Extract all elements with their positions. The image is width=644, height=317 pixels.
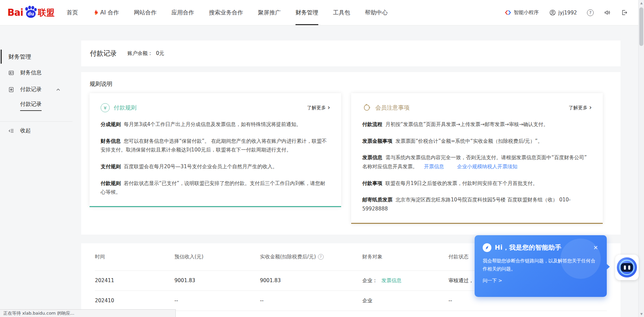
rule-item: 发票金额事项发票票面“价税合计”金额=系统中“实收金额（扣除税费后/元）”。 bbox=[362, 137, 592, 146]
sidebar-collapse-button[interactable]: 收起 bbox=[0, 122, 81, 140]
help-icon[interactable]: ? bbox=[587, 9, 594, 16]
cell-actual: -- bbox=[260, 298, 362, 304]
nav-item-ai-cooperation[interactable]: AI 合作 bbox=[86, 0, 126, 25]
cell-estimated: 9001.83 bbox=[174, 277, 260, 283]
rule-item: 支付规则百度联盟会在每月20号—31号支付企业会员上个自然月产生的收入。 bbox=[101, 162, 330, 171]
finance-info-card-icon bbox=[8, 70, 14, 76]
miniprogram-diamond-icon bbox=[504, 9, 512, 16]
nav-item-screen-promotion[interactable]: 聚屏推广 bbox=[251, 0, 288, 25]
payment-rules-card: ¥ 付款规则 了解更多 › 分成规则每月第3或4个工作日产出上月分成信息及发票信… bbox=[90, 93, 341, 207]
coin-yen-icon: ¥ bbox=[101, 103, 110, 112]
user-icon bbox=[549, 9, 556, 16]
cell-time: 202410 bbox=[95, 298, 174, 304]
payment-record-badge-icon bbox=[8, 86, 14, 93]
payment-rules-more-link[interactable]: 了解更多 › bbox=[307, 105, 330, 111]
sidebar-subitem-payment-records-active[interactable]: 付款记录 bbox=[0, 98, 81, 114]
account-balance-label: 账户余额： bbox=[127, 50, 153, 57]
assistant-message: 我会帮助您诊断合作链路问题，以及解答您关于任何合作相关的问题。 bbox=[475, 252, 607, 273]
member-notes-card-title: 会员注意事项 bbox=[375, 104, 410, 112]
sound-icon[interactable] bbox=[604, 9, 611, 16]
question-help-icon[interactable]: ? bbox=[318, 254, 324, 260]
small-taxpayer-notice-link[interactable]: 企业小规模纳税人开票须知 bbox=[457, 164, 518, 170]
account-balance-value: 0元 bbox=[156, 50, 164, 57]
compass-icon bbox=[483, 243, 491, 252]
sidebar-section-finance-management[interactable]: 财务管理 bbox=[0, 49, 81, 64]
invoice-info-row-link[interactable]: 发票信息 bbox=[381, 277, 401, 284]
assistant-ask-link[interactable]: 问一下 > bbox=[475, 273, 607, 284]
cell-estimated: -- bbox=[174, 298, 260, 304]
chevron-right-icon: › bbox=[589, 104, 592, 111]
browser-status-tooltip: 正在等待 xlab.baidu.com 的响应... bbox=[0, 309, 176, 317]
nav-item-search-business[interactable]: 搜索业务合作 bbox=[202, 0, 251, 25]
nav-item-toolkit[interactable]: 工具包 bbox=[326, 0, 358, 25]
main-nav: 首页 AI 合作 网站合作 应用合作 搜索业务合作 聚屏推广 财务管理 工具包 … bbox=[59, 0, 395, 25]
nav-item-website-cooperation[interactable]: 网站合作 bbox=[126, 0, 164, 25]
nav-item-home[interactable]: 首页 bbox=[59, 0, 86, 25]
cell-finance-object: 企业 bbox=[362, 298, 448, 304]
chevron-right-icon: › bbox=[327, 104, 330, 111]
rule-item: 付款事项联盟在每月19日之后签收的发票，付款时间安排在下个月首批支付。 bbox=[362, 179, 592, 188]
logo-text-union: 联盟 bbox=[38, 7, 55, 18]
baidu-union-logo[interactable]: Bai du 联盟 bbox=[7, 6, 55, 19]
user-account[interactable]: jyj1992 bbox=[549, 9, 577, 16]
page-title: 付款记录 bbox=[90, 49, 117, 58]
rule-item: 发票信息需与系统内发票信息内容完全一致，否则无法支付。请根据发票信息页面中“百度… bbox=[362, 153, 592, 171]
baidu-paw-icon: du bbox=[23, 5, 38, 19]
nav-item-finance-management[interactable]: 财务管理 bbox=[288, 0, 326, 25]
logo-text-bai: Bai bbox=[7, 7, 23, 18]
column-header-actual-amount: 实收金额(扣除税费后/元) ? bbox=[260, 254, 362, 260]
rules-panel: 规则说明 ¥ 付款规则 了解更多 › 分成规则每月第3或4个工作日产出上月分成信… bbox=[81, 72, 621, 235]
rule-item: 付款规则若付款状态显示“已支付”，说明联盟已安排了您的付款。支付后三个工作日内到… bbox=[101, 179, 330, 197]
column-header-finance-object: 财务对象 bbox=[362, 254, 448, 260]
smart-miniprogram-link[interactable]: 智能小程序 bbox=[504, 9, 539, 16]
collapse-sidebar-icon bbox=[8, 128, 14, 134]
cell-time: 202411 bbox=[95, 277, 174, 283]
column-header-estimated-income: 预估收入(元) bbox=[174, 254, 260, 260]
chevron-up-icon bbox=[56, 87, 60, 92]
scroll-up-arrow-icon[interactable]: ▲ bbox=[639, 1, 644, 5]
logout-icon[interactable] bbox=[621, 9, 628, 16]
top-navigation-bar: Bai du 联盟 首页 AI 合作 网站合作 应用合作 搜索业务合作 聚屏推广… bbox=[0, 0, 644, 25]
cell-finance-object: 企业： 发票信息 bbox=[362, 277, 448, 284]
chick-icon bbox=[362, 103, 371, 112]
rules-section-title: 规则说明 bbox=[90, 80, 612, 88]
rule-item: 付款流程月初按“发票信息”页面开具发票→上传发票→邮寄发票→审核→确认支付。 bbox=[362, 120, 592, 129]
rule-item: 财务信息您可以在财务信息中选择“保留付款”。 在此期间您产生的收入将在账户内进行… bbox=[101, 137, 330, 154]
cell-status: -- bbox=[448, 298, 607, 304]
robot-avatar-icon bbox=[617, 257, 637, 277]
member-notes-card: 会员注意事项 了解更多 › 付款流程月初按“发票信息”页面开具发票→上传发票→邮… bbox=[351, 93, 603, 224]
member-notes-more-link[interactable]: 了解更多 › bbox=[569, 105, 592, 111]
flame-icon bbox=[93, 9, 99, 16]
vertical-scrollbar[interactable]: ▲ ▼ bbox=[638, 0, 644, 317]
assistant-title: Hi，我是您的智能助手 bbox=[495, 243, 561, 252]
scrollbar-thumb[interactable] bbox=[639, 7, 643, 46]
rule-item: 邮寄纸质发票北京市海淀区西北旺东路10号院百度科技园5号楼 百度联盟财务组（收）… bbox=[362, 195, 592, 213]
close-icon[interactable]: ✕ bbox=[592, 244, 599, 252]
svg-text:du: du bbox=[28, 11, 34, 16]
nav-item-help-center[interactable]: 帮助中心 bbox=[358, 0, 395, 25]
assistant-robot-button[interactable] bbox=[615, 255, 639, 280]
invoice-info-link[interactable]: 开票信息 bbox=[424, 164, 444, 170]
page-header-panel: 付款记录 账户余额： 0元 bbox=[81, 41, 621, 66]
cell-actual: 9001.83 bbox=[260, 277, 362, 283]
nav-item-app-cooperation[interactable]: 应用合作 bbox=[164, 0, 202, 25]
column-header-time: 时间 bbox=[95, 254, 174, 260]
sidebar-item-finance-info[interactable]: 财务信息 bbox=[0, 64, 81, 81]
rule-item: 分成规则每月第3或4个工作日产出上月分成信息及发票信息，如有特殊情况将提前通知。 bbox=[101, 120, 330, 129]
scroll-down-arrow-icon[interactable]: ▼ bbox=[639, 312, 644, 316]
assistant-popup: Hi，我是您的智能助手 ✕ 我会帮助您诊断合作链路问题，以及解答您关于任何合作相… bbox=[475, 235, 607, 297]
sidebar-item-payment-records[interactable]: 付款记录 bbox=[0, 81, 81, 98]
nav-right-cluster: 智能小程序 jyj1992 ? bbox=[504, 9, 628, 16]
sidebar: 财务管理 财务信息 付款记录 付款记录 收起 bbox=[0, 25, 81, 140]
payment-rules-card-title: 付款规则 bbox=[114, 104, 137, 112]
